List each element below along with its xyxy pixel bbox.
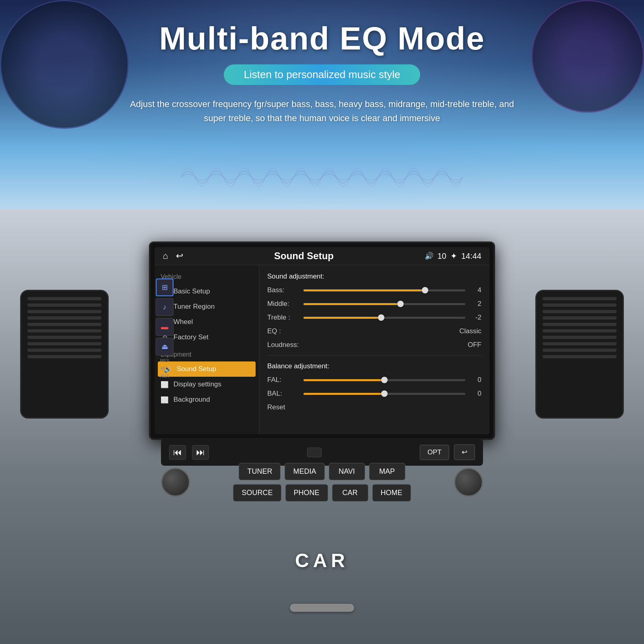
bal-label: BAL:: [267, 390, 299, 398]
eq-label: EQ :: [267, 327, 299, 335]
vent-right: [535, 290, 624, 419]
bluetooth-icon: ✦: [450, 251, 457, 261]
treble-value: -2: [469, 314, 481, 322]
bal-slider[interactable]: [303, 393, 465, 395]
loudness-row: Loudness: OFF: [267, 341, 481, 349]
car-section: ⊞ ♪ ▬ ⏏ RES MIC AUX ⌂ ↩ Sound Setup 🔊: [0, 209, 644, 644]
treble-thumb[interactable]: [378, 314, 384, 321]
screen-title: Sound Setup: [183, 250, 424, 262]
back-icon[interactable]: ↩: [176, 251, 183, 261]
eq-value: Classic: [299, 327, 481, 335]
knob-row: TUNER MEDIA NAVI MAP SOURCE PHONE CAR HO…: [161, 463, 483, 502]
bass-row: Bass: 4: [267, 286, 481, 294]
strip-label-res: RES: [160, 358, 169, 363]
left-strip: ⊞ ♪ ▬ ⏏ RES MIC AUX: [155, 279, 175, 378]
bass-thumb[interactable]: [422, 287, 428, 293]
fal-thumb[interactable]: [381, 377, 388, 383]
opt-button[interactable]: OPT: [420, 445, 449, 460]
vent-left: [20, 290, 109, 419]
tuner-button[interactable]: TUNER: [239, 463, 281, 480]
bal-fill: [303, 393, 384, 395]
function-buttons: TUNER MEDIA NAVI MAP SOURCE PHONE CAR HO…: [194, 463, 450, 502]
fal-slider[interactable]: [303, 379, 465, 381]
media-button[interactable]: MEDIA: [285, 463, 324, 480]
balance-adjustment-label: Balance adjustment:: [267, 362, 481, 370]
strip-btn-red[interactable]: ▬: [156, 318, 173, 336]
loudness-label: Loudness:: [267, 341, 299, 349]
strip-btn-usb[interactable]: ⏏: [156, 338, 173, 355]
dj-turntable-right: [531, 0, 644, 113]
tuner-region-label: Tuner Region: [173, 303, 215, 311]
middle-thumb[interactable]: [397, 301, 404, 307]
screen-content: Sound adjustment: Bass: 4 M: [259, 265, 489, 434]
clock-display: 14:44: [461, 252, 481, 261]
main-title: Multi-band EQ Mode: [159, 20, 485, 57]
phone-button[interactable]: PHONE: [285, 484, 328, 502]
factory-set-label: Factory Set: [173, 333, 208, 341]
strip-label-mic: MIC: [161, 366, 169, 371]
right-knob[interactable]: [454, 468, 483, 497]
top-section: Multi-band EQ Mode Listen to personalize…: [0, 0, 644, 209]
sound-setup-label: Sound Setup: [177, 365, 216, 373]
volume-level: 10: [438, 252, 446, 261]
fal-label: FAL:: [267, 376, 299, 384]
middle-value: 2: [469, 300, 481, 308]
sound-wave-graphic: [181, 153, 463, 201]
bass-label: Bass:: [267, 286, 299, 294]
right-buttons: OPT ↩: [420, 444, 475, 460]
fal-value: 0: [469, 376, 481, 384]
bass-fill: [303, 289, 425, 291]
spacer-button: [307, 448, 322, 457]
status-bar: 🔊 10 ✦ 14:44: [425, 251, 481, 261]
screen-body: Vehicle ✦ Basic Setup ⊙ Tuner Region ⊕ W…: [155, 265, 489, 434]
display-settings-icon: ⬜: [161, 381, 169, 388]
strip-btn-music[interactable]: ♪: [156, 298, 173, 316]
left-knob[interactable]: [161, 468, 190, 497]
middle-row: Middle: 2: [267, 300, 481, 308]
divider: [267, 355, 481, 356]
next-button[interactable]: ⏭: [192, 445, 209, 460]
bal-row: BAL: 0: [267, 390, 481, 398]
sidebar-item-display-settings[interactable]: ⬜ Display settings: [155, 377, 259, 392]
sound-adjustment-label: Sound adjustment:: [267, 272, 481, 281]
navi-button[interactable]: NAVI: [329, 463, 365, 480]
treble-fill: [303, 317, 381, 319]
screen-topbar: ⌂ ↩ Sound Setup 🔊 10 ✦ 14:44: [155, 247, 489, 265]
subtitle-badge: Listen to personalized music style: [224, 64, 421, 85]
media-controls: ⏮ ⏭: [169, 445, 209, 460]
treble-row: Treble : -2: [267, 314, 481, 322]
prev-button[interactable]: ⏮: [169, 445, 186, 460]
wheel-label: Wheel: [173, 318, 193, 326]
btn-row-bottom: SOURCE PHONE CAR HOME: [194, 484, 450, 502]
home-button[interactable]: HOME: [372, 484, 411, 502]
bal-thumb[interactable]: [381, 390, 388, 397]
map-button[interactable]: MAP: [369, 463, 405, 480]
source-button[interactable]: SOURCE: [233, 484, 281, 502]
dashboard: ⊞ ♪ ▬ ⏏ RES MIC AUX ⌂ ↩ Sound Setup 🔊: [0, 209, 644, 644]
strip-btn-eq[interactable]: ⊞: [156, 279, 173, 296]
nav-icons: ⌂ ↩: [163, 251, 183, 261]
background-label: Background: [173, 396, 210, 404]
background-icon: ⬜: [161, 396, 169, 404]
home-icon[interactable]: ⌂: [163, 251, 168, 261]
dj-turntable-left: [0, 0, 129, 129]
middle-slider[interactable]: [303, 303, 465, 305]
sidebar-item-background[interactable]: ⬜ Background: [155, 392, 259, 407]
strip-label-aux: AUX: [160, 374, 169, 378]
fal-fill: [303, 379, 384, 381]
fal-row: FAL: 0: [267, 376, 481, 384]
eq-row: EQ : Classic: [267, 327, 481, 335]
treble-slider[interactable]: [303, 317, 465, 319]
car-label: CAR: [295, 549, 349, 572]
screen: ⌂ ↩ Sound Setup 🔊 10 ✦ 14:44 Vehic: [155, 247, 489, 434]
car-handle: [290, 604, 354, 612]
display-settings-label: Display settings: [173, 380, 221, 388]
back-button[interactable]: ↩: [454, 444, 475, 460]
reset-button[interactable]: Reset: [267, 403, 481, 411]
basic-setup-label: Basic Setup: [173, 287, 210, 295]
bass-slider[interactable]: [303, 289, 465, 291]
middle-fill: [303, 303, 400, 305]
car-button[interactable]: CAR: [332, 484, 368, 502]
bass-value: 4: [469, 286, 481, 294]
btn-row-top: TUNER MEDIA NAVI MAP: [194, 463, 450, 480]
